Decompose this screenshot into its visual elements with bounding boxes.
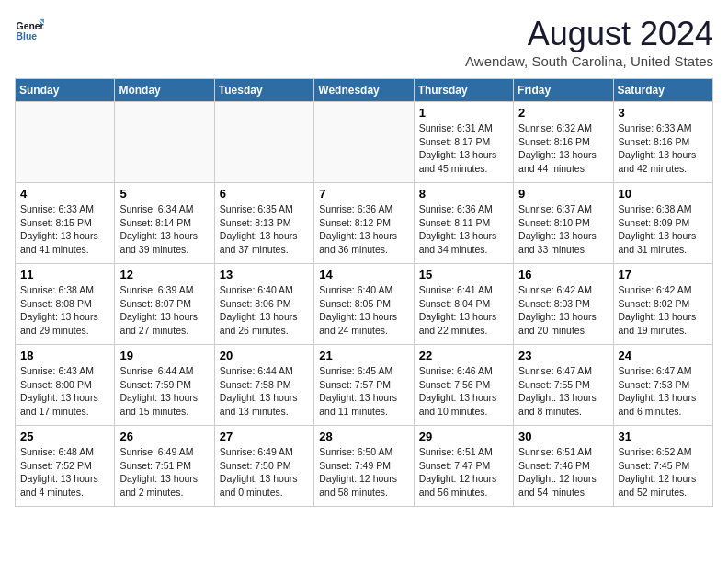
day-number: 29 xyxy=(419,430,508,443)
day-info: Sunrise: 6:49 AM Sunset: 7:51 PM Dayligh… xyxy=(119,445,209,500)
weekday-header-row: SundayMondayTuesdayWednesdayThursdayFrid… xyxy=(16,79,713,102)
day-number: 10 xyxy=(619,187,708,201)
calendar-cell: 9Sunrise: 6:37 AM Sunset: 8:10 PM Daylig… xyxy=(514,183,613,264)
day-number: 24 xyxy=(619,349,708,362)
day-number: 8 xyxy=(419,187,508,201)
title-block: August 2024 Awendaw, South Carolina, Uni… xyxy=(465,15,713,69)
calendar-cell: 18Sunrise: 6:43 AM Sunset: 8:00 PM Dayli… xyxy=(16,345,115,426)
day-number: 19 xyxy=(119,349,209,362)
calendar-cell: 29Sunrise: 6:51 AM Sunset: 7:47 PM Dayli… xyxy=(414,426,513,507)
day-number: 1 xyxy=(419,106,508,120)
week-row-2: 4Sunrise: 6:33 AM Sunset: 8:15 PM Daylig… xyxy=(16,183,713,264)
day-number: 31 xyxy=(619,430,708,443)
day-number: 2 xyxy=(518,106,608,120)
weekday-header-friday: Friday xyxy=(514,79,613,102)
day-info: Sunrise: 6:44 AM Sunset: 7:58 PM Dayligh… xyxy=(220,364,309,419)
calendar-cell: 15Sunrise: 6:41 AM Sunset: 8:04 PM Dayli… xyxy=(414,264,513,345)
calendar-cell: 25Sunrise: 6:48 AM Sunset: 7:52 PM Dayli… xyxy=(16,426,115,507)
month-title: August 2024 xyxy=(465,15,713,53)
weekday-header-saturday: Saturday xyxy=(613,79,712,102)
day-info: Sunrise: 6:47 AM Sunset: 7:55 PM Dayligh… xyxy=(518,364,608,419)
day-number: 17 xyxy=(619,268,708,282)
day-info: Sunrise: 6:40 AM Sunset: 8:05 PM Dayligh… xyxy=(319,283,408,338)
calendar-cell: 6Sunrise: 6:35 AM Sunset: 8:13 PM Daylig… xyxy=(214,183,313,264)
weekday-header-tuesday: Tuesday xyxy=(214,79,313,102)
weekday-header-wednesday: Wednesday xyxy=(314,79,414,102)
day-info: Sunrise: 6:51 AM Sunset: 7:47 PM Dayligh… xyxy=(419,445,508,500)
day-number: 14 xyxy=(319,268,408,282)
day-info: Sunrise: 6:31 AM Sunset: 8:17 PM Dayligh… xyxy=(419,121,508,176)
svg-text:General: General xyxy=(17,21,44,31)
calendar-cell: 31Sunrise: 6:52 AM Sunset: 7:45 PM Dayli… xyxy=(613,426,712,507)
calendar-cell: 20Sunrise: 6:44 AM Sunset: 7:58 PM Dayli… xyxy=(214,345,313,426)
day-info: Sunrise: 6:49 AM Sunset: 7:50 PM Dayligh… xyxy=(220,445,309,500)
calendar-cell xyxy=(16,102,115,183)
calendar-cell: 3Sunrise: 6:33 AM Sunset: 8:16 PM Daylig… xyxy=(613,102,712,183)
calendar-cell: 28Sunrise: 6:50 AM Sunset: 7:49 PM Dayli… xyxy=(314,426,414,507)
week-row-1: 1Sunrise: 6:31 AM Sunset: 8:17 PM Daylig… xyxy=(16,102,713,183)
calendar-cell: 13Sunrise: 6:40 AM Sunset: 8:06 PM Dayli… xyxy=(214,264,313,345)
day-number: 15 xyxy=(419,268,508,282)
day-number: 25 xyxy=(20,430,109,443)
day-info: Sunrise: 6:46 AM Sunset: 7:56 PM Dayligh… xyxy=(419,364,508,419)
calendar-cell: 5Sunrise: 6:34 AM Sunset: 8:14 PM Daylig… xyxy=(115,183,214,264)
calendar-cell: 11Sunrise: 6:38 AM Sunset: 8:08 PM Dayli… xyxy=(16,264,115,345)
calendar-cell xyxy=(115,102,214,183)
calendar-cell: 1Sunrise: 6:31 AM Sunset: 8:17 PM Daylig… xyxy=(414,102,513,183)
day-info: Sunrise: 6:41 AM Sunset: 8:04 PM Dayligh… xyxy=(419,283,508,338)
day-number: 18 xyxy=(20,349,109,362)
day-number: 30 xyxy=(518,430,608,443)
calendar-cell: 4Sunrise: 6:33 AM Sunset: 8:15 PM Daylig… xyxy=(16,183,115,264)
calendar-cell: 12Sunrise: 6:39 AM Sunset: 8:07 PM Dayli… xyxy=(115,264,214,345)
calendar-cell: 23Sunrise: 6:47 AM Sunset: 7:55 PM Dayli… xyxy=(514,345,613,426)
day-number: 13 xyxy=(220,268,309,282)
week-row-4: 18Sunrise: 6:43 AM Sunset: 8:00 PM Dayli… xyxy=(16,345,713,426)
calendar-table: SundayMondayTuesdayWednesdayThursdayFrid… xyxy=(15,78,713,507)
calendar-cell: 22Sunrise: 6:46 AM Sunset: 7:56 PM Dayli… xyxy=(414,345,513,426)
weekday-header-monday: Monday xyxy=(115,79,214,102)
day-number: 27 xyxy=(220,430,309,443)
calendar-cell: 8Sunrise: 6:36 AM Sunset: 8:11 PM Daylig… xyxy=(414,183,513,264)
day-info: Sunrise: 6:48 AM Sunset: 7:52 PM Dayligh… xyxy=(20,445,109,500)
day-info: Sunrise: 6:36 AM Sunset: 8:11 PM Dayligh… xyxy=(419,202,508,257)
day-info: Sunrise: 6:42 AM Sunset: 8:02 PM Dayligh… xyxy=(619,283,708,338)
calendar-cell: 27Sunrise: 6:49 AM Sunset: 7:50 PM Dayli… xyxy=(214,426,313,507)
day-info: Sunrise: 6:37 AM Sunset: 8:10 PM Dayligh… xyxy=(518,202,608,257)
day-info: Sunrise: 6:35 AM Sunset: 8:13 PM Dayligh… xyxy=(220,202,309,257)
day-number: 5 xyxy=(119,187,209,201)
logo-icon: General Blue xyxy=(15,15,44,44)
day-info: Sunrise: 6:43 AM Sunset: 8:00 PM Dayligh… xyxy=(20,364,109,419)
day-number: 16 xyxy=(518,268,608,282)
calendar-cell: 16Sunrise: 6:42 AM Sunset: 8:03 PM Dayli… xyxy=(514,264,613,345)
weekday-header-sunday: Sunday xyxy=(16,79,115,102)
calendar-cell: 14Sunrise: 6:40 AM Sunset: 8:05 PM Dayli… xyxy=(314,264,414,345)
day-number: 28 xyxy=(319,430,408,443)
svg-text:Blue: Blue xyxy=(17,31,38,41)
calendar-cell xyxy=(214,102,313,183)
day-number: 11 xyxy=(20,268,109,282)
calendar-cell: 24Sunrise: 6:47 AM Sunset: 7:53 PM Dayli… xyxy=(613,345,712,426)
day-info: Sunrise: 6:33 AM Sunset: 8:15 PM Dayligh… xyxy=(20,202,109,257)
day-info: Sunrise: 6:44 AM Sunset: 7:59 PM Dayligh… xyxy=(119,364,209,419)
calendar-cell: 26Sunrise: 6:49 AM Sunset: 7:51 PM Dayli… xyxy=(115,426,214,507)
day-number: 21 xyxy=(319,349,408,362)
day-info: Sunrise: 6:36 AM Sunset: 8:12 PM Dayligh… xyxy=(319,202,408,257)
calendar-cell xyxy=(314,102,414,183)
day-number: 12 xyxy=(119,268,209,282)
day-info: Sunrise: 6:38 AM Sunset: 8:09 PM Dayligh… xyxy=(619,202,708,257)
day-info: Sunrise: 6:52 AM Sunset: 7:45 PM Dayligh… xyxy=(619,445,708,500)
day-info: Sunrise: 6:50 AM Sunset: 7:49 PM Dayligh… xyxy=(319,445,408,500)
weekday-header-thursday: Thursday xyxy=(414,79,513,102)
day-info: Sunrise: 6:34 AM Sunset: 8:14 PM Dayligh… xyxy=(119,202,209,257)
day-number: 9 xyxy=(518,187,608,201)
day-info: Sunrise: 6:47 AM Sunset: 7:53 PM Dayligh… xyxy=(619,364,708,419)
logo: General Blue xyxy=(15,15,44,44)
calendar-cell: 10Sunrise: 6:38 AM Sunset: 8:09 PM Dayli… xyxy=(613,183,712,264)
day-number: 23 xyxy=(518,349,608,362)
day-number: 3 xyxy=(619,106,708,120)
day-info: Sunrise: 6:42 AM Sunset: 8:03 PM Dayligh… xyxy=(518,283,608,338)
calendar-cell: 2Sunrise: 6:32 AM Sunset: 8:16 PM Daylig… xyxy=(514,102,613,183)
calendar-cell: 17Sunrise: 6:42 AM Sunset: 8:02 PM Dayli… xyxy=(613,264,712,345)
day-info: Sunrise: 6:40 AM Sunset: 8:06 PM Dayligh… xyxy=(220,283,309,338)
day-info: Sunrise: 6:51 AM Sunset: 7:46 PM Dayligh… xyxy=(518,445,608,500)
